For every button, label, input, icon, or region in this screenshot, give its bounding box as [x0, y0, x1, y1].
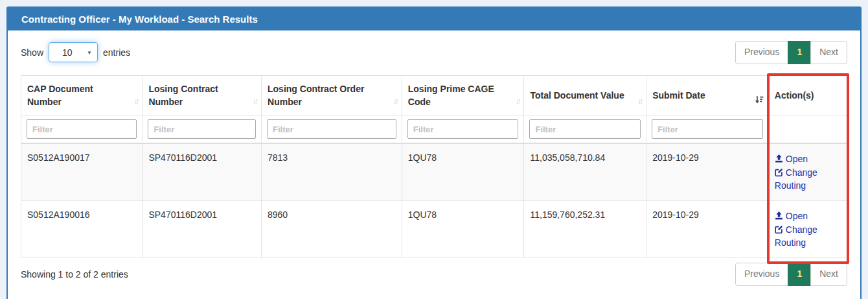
filter-input-losing-prime-cage-code[interactable] — [407, 119, 519, 139]
edit-icon — [775, 225, 783, 233]
top-controls-row: Show 10 ▼ entries Previous 1 Next — [21, 41, 847, 64]
filter-input-submit-date[interactable] — [652, 119, 763, 139]
cell-submit-date: 2019-10-29 — [646, 201, 769, 258]
next-page-button[interactable]: Next — [810, 263, 847, 286]
filter-input-cap-document-number[interactable] — [27, 119, 137, 139]
cell-losing-contract-number: SP470116D2001 — [143, 201, 262, 258]
change-routing-link[interactable]: Change Routing — [775, 224, 817, 248]
upload-icon — [775, 154, 783, 163]
column-label: Losing Prime CAGE Code — [408, 84, 494, 107]
page-length-control: Show 10 ▼ entries — [21, 42, 130, 62]
column-label: Action(s) — [775, 90, 814, 101]
table-row: S0512A190017 SP470116D2001 7813 1QU78 11… — [21, 143, 847, 200]
cell-submit-date: 2019-10-29 — [646, 143, 769, 200]
column-header-losing-contract-number[interactable]: Losing Contract Number ↓↑ — [143, 75, 262, 115]
column-label: Losing Contract Order Number — [268, 84, 364, 107]
column-header-losing-prime-cage-code[interactable]: Losing Prime CAGE Code ↓↑ — [402, 75, 524, 115]
pagination-bottom: Previous 1 Next — [735, 263, 847, 286]
cell-total-document-value: 11,159,760,252.31 — [524, 201, 646, 258]
upload-icon — [775, 211, 783, 220]
column-label: Submit Date — [652, 90, 705, 101]
cell-losing-prime-cage-code: 1QU78 — [402, 143, 524, 200]
open-link[interactable]: Open — [775, 154, 808, 164]
open-link[interactable]: Open — [775, 211, 808, 221]
cell-cap-document-number: S0512A190017 — [21, 143, 143, 200]
column-header-cap-document-number[interactable]: CAP Document Number ↓↑ — [21, 75, 143, 115]
show-label: Show — [21, 47, 43, 58]
cell-total-document-value: 11,035,058,710.84 — [524, 143, 646, 200]
cell-losing-contract-order-number: 7813 — [262, 143, 402, 200]
cell-losing-contract-order-number: 8960 — [262, 201, 402, 258]
column-header-losing-contract-order-number[interactable]: Losing Contract Order Number ↓↑ — [262, 75, 402, 115]
entries-label: entries — [103, 47, 130, 58]
column-label: CAP Document Number — [27, 84, 93, 107]
footer-row: Showing 1 to 2 of 2 entries Previous 1 N… — [21, 263, 847, 286]
filter-cell-actions-empty — [768, 115, 847, 144]
column-label: Losing Contract Number — [148, 84, 218, 107]
results-table-wrap: CAP Document Number ↓↑ Losing Contract N… — [21, 75, 847, 258]
cell-cap-document-number: S0512A190016 — [21, 201, 143, 258]
filter-input-losing-contract-order-number[interactable] — [267, 119, 396, 139]
table-row: S0512A190016 SP470116D2001 8960 1QU78 11… — [21, 201, 847, 258]
next-page-button[interactable]: Next — [810, 41, 847, 64]
workload-results-panel: Contracting Officer - My Workload - Sear… — [6, 6, 862, 299]
cell-losing-prime-cage-code: 1QU78 — [402, 201, 524, 258]
sort-descending-icon — [755, 95, 764, 104]
panel-body: Show 10 ▼ entries Previous 1 Next — [8, 30, 860, 299]
column-header-submit-date[interactable]: Submit Date — [646, 75, 769, 115]
sort-both-icon: ↓↑ — [253, 97, 257, 105]
page-length-select-wrap: 10 ▼ — [49, 42, 98, 62]
column-header-total-document-value[interactable]: Total Document Value ↓↑ — [524, 75, 646, 115]
edit-icon — [775, 168, 783, 176]
column-header-actions: Action(s) — [768, 75, 847, 115]
page-1-button[interactable]: 1 — [788, 263, 811, 286]
cell-actions: Open Change Routing — [768, 201, 847, 258]
page-length-select[interactable]: 10 — [49, 42, 98, 62]
sort-both-icon: ↓↑ — [637, 97, 641, 105]
filter-input-losing-contract-number[interactable] — [148, 119, 256, 139]
column-label: Total Document Value — [530, 90, 624, 101]
sort-both-icon: ↓↑ — [515, 97, 519, 105]
showing-entries-info: Showing 1 to 2 of 2 entries — [21, 269, 128, 280]
pagination-top: Previous 1 Next — [735, 41, 847, 64]
header-row: CAP Document Number ↓↑ Losing Contract N… — [21, 75, 847, 115]
change-routing-link[interactable]: Change Routing — [775, 167, 817, 191]
previous-page-button[interactable]: Previous — [735, 263, 788, 286]
page-1-button[interactable]: 1 — [788, 41, 811, 64]
filter-input-total-document-value[interactable] — [529, 119, 641, 139]
sort-both-icon: ↓↑ — [133, 97, 137, 105]
sort-both-icon: ↓↑ — [393, 97, 397, 105]
cell-actions: Open Change Routing — [768, 143, 847, 200]
results-table: CAP Document Number ↓↑ Losing Contract N… — [21, 75, 847, 258]
panel-title: Contracting Officer - My Workload - Sear… — [8, 8, 860, 30]
previous-page-button[interactable]: Previous — [735, 41, 788, 64]
cell-losing-contract-number: SP470116D2001 — [143, 143, 262, 200]
filter-row — [21, 115, 847, 144]
